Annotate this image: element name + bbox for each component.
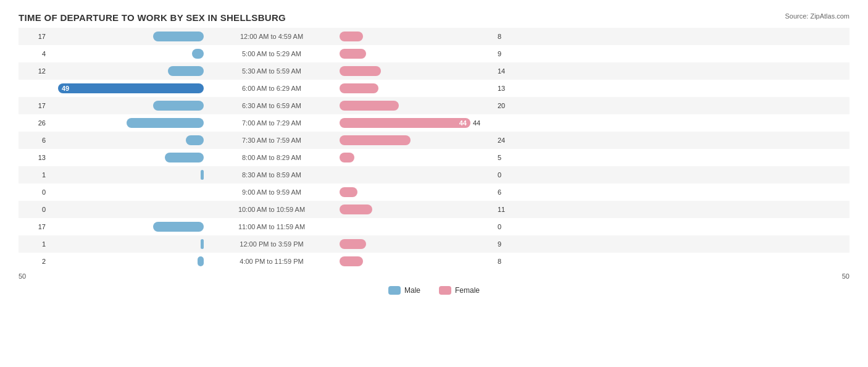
female-value: 9 [494, 240, 525, 248]
female-value: 20 [494, 102, 525, 109]
male-bar [168, 66, 204, 76]
male-bar-wrap [49, 66, 204, 76]
legend-female: Female [439, 286, 480, 295]
male-bar-wrap [49, 135, 204, 145]
male-swatch [388, 286, 401, 295]
female-bar-wrap [340, 32, 494, 41]
male-bar [153, 222, 204, 232]
male-bar: 49 [58, 83, 204, 93]
time-label: 12:00 PM to 3:59 PM [204, 240, 340, 248]
female-bar-wrap [340, 222, 494, 232]
bar-row: 24:00 PM to 11:59 PM8 [19, 253, 849, 270]
bar-row: 010:00 AM to 10:59 AM11 [19, 201, 849, 218]
bar-row: 18:30 AM to 8:59 AM0 [19, 166, 849, 184]
male-value: 13 [19, 154, 49, 161]
male-value: 17 [19, 102, 49, 109]
female-bar [340, 135, 411, 145]
bar-row: 112:00 PM to 3:59 PM9 [19, 235, 849, 253]
bar-row: 09:00 AM to 9:59 AM6 [19, 184, 849, 201]
male-bar-wrap [49, 101, 204, 111]
time-label: 5:30 AM to 5:59 AM [204, 67, 340, 75]
female-value: 0 [494, 223, 525, 230]
female-value: 8 [494, 258, 525, 265]
male-bar [198, 256, 204, 266]
axis-right-label: 50 [819, 272, 849, 280]
female-bar-wrap [340, 135, 494, 145]
time-label: 4:00 PM to 11:59 PM [204, 258, 340, 265]
female-value: 6 [494, 188, 525, 196]
time-label: 7:30 AM to 7:59 AM [204, 137, 340, 144]
male-bar [192, 49, 204, 59]
chart-container: TIME OF DEPARTURE TO WORK BY SEX IN SHEL… [0, 0, 868, 319]
male-value: 12 [19, 67, 49, 75]
female-value: 13 [494, 85, 525, 92]
chart-area: 1712:00 AM to 4:59 AM845:00 AM to 5:29 A… [19, 28, 849, 270]
time-label: 11:00 AM to 11:59 AM [204, 223, 340, 230]
bar-row: 45:00 AM to 5:29 AM9 [19, 45, 849, 62]
male-bar-wrap [49, 239, 204, 249]
bar-row: 176:30 AM to 6:59 AM20 [19, 97, 849, 114]
male-value: 26 [19, 119, 49, 127]
female-bar [340, 83, 378, 93]
male-bar-wrap [49, 205, 204, 214]
male-bar [153, 101, 204, 111]
female-bar-wrap [340, 101, 494, 111]
female-bar-wrap [340, 170, 494, 180]
female-value: 8 [494, 33, 525, 40]
female-bar-wrap [340, 205, 494, 214]
female-bar [340, 101, 399, 111]
male-bar [165, 153, 204, 162]
male-value: 0 [19, 206, 49, 213]
legend-area: Male Female [19, 286, 849, 295]
male-bar-wrap [49, 153, 204, 162]
female-value: 14 [494, 67, 525, 75]
male-bar [186, 135, 204, 145]
male-bar [127, 118, 204, 128]
male-value: 6 [19, 137, 49, 144]
bar-row: 1711:00 AM to 11:59 AM0 [19, 218, 849, 235]
female-value: 5 [494, 154, 525, 161]
time-label: 7:00 AM to 7:29 AM [204, 119, 340, 127]
bar-row: 67:30 AM to 7:59 AM24 [19, 132, 849, 149]
male-value: 1 [19, 171, 49, 179]
female-bar [340, 66, 381, 76]
male-value: 17 [19, 33, 49, 40]
time-label: 8:30 AM to 8:59 AM [204, 171, 340, 179]
male-value: 4 [19, 50, 49, 57]
female-swatch [439, 286, 451, 295]
source-text: Source: ZipAtlas.com [785, 12, 849, 20]
female-value: 0 [494, 171, 525, 179]
female-value: 11 [494, 206, 525, 213]
time-label: 6:00 AM to 6:29 AM [204, 85, 340, 92]
female-bar: 44 [340, 118, 470, 128]
bar-row: 125:30 AM to 5:59 AM14 [19, 62, 849, 80]
male-value: 17 [19, 223, 49, 230]
time-label: 12:00 AM to 4:59 AM [204, 33, 340, 40]
bar-row: 496:00 AM to 6:29 AM13 [19, 80, 849, 97]
chart-title: TIME OF DEPARTURE TO WORK BY SEX IN SHEL… [19, 12, 849, 23]
male-bar-wrap [49, 32, 204, 41]
time-label: 9:00 AM to 9:59 AM [204, 188, 340, 196]
legend-male: Male [388, 286, 420, 295]
female-bar-wrap [340, 153, 494, 162]
bar-row: 1712:00 AM to 4:59 AM8 [19, 28, 849, 45]
male-bar-wrap: 49 [49, 83, 204, 93]
female-bar-wrap [340, 187, 494, 197]
male-bar [153, 32, 204, 41]
male-bar-wrap [49, 256, 204, 266]
bar-row: 138:00 AM to 8:29 AM5 [19, 149, 849, 166]
male-value: 0 [19, 188, 49, 196]
female-bar [340, 239, 366, 249]
time-label: 10:00 AM to 10:59 AM [204, 206, 340, 213]
male-value: 2 [19, 258, 49, 265]
female-bar-wrap: 4444 [340, 118, 494, 128]
male-label: Male [404, 286, 420, 295]
female-bar-wrap [340, 66, 494, 76]
male-bar-wrap [49, 187, 204, 197]
female-value: 9 [494, 50, 525, 57]
male-bar-wrap [49, 49, 204, 59]
female-label: Female [455, 286, 480, 295]
axis-labels: 50 50 [19, 272, 849, 280]
female-value: 24 [494, 137, 525, 144]
male-bar-wrap [49, 118, 204, 128]
